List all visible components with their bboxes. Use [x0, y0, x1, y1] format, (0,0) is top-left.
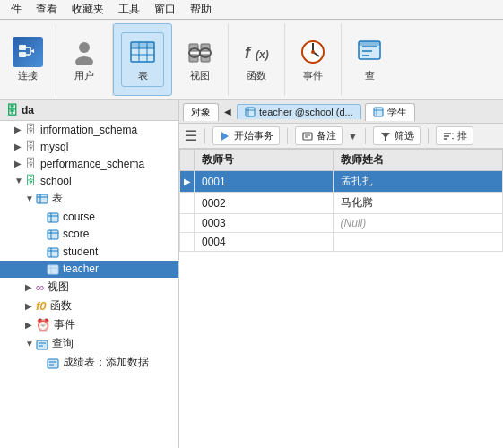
db-icon: 🗄	[25, 123, 37, 136]
event-label: 事件	[303, 69, 323, 82]
svg-rect-57	[374, 108, 383, 116]
cell-name-null[interactable]: (Null)	[333, 214, 503, 233]
sidebar-item-score[interactable]: ▶ score	[0, 226, 178, 244]
svg-rect-36	[48, 213, 58, 222]
menu-item-tools[interactable]: 工具	[111, 0, 147, 19]
sidebar-label: information_schema	[40, 124, 137, 136]
svg-rect-45	[48, 265, 58, 274]
svg-marker-69	[452, 138, 454, 140]
sidebar-item-query-grades[interactable]: ▶ 成绩表：添加数据	[0, 353, 178, 372]
filter-label: 筛选	[395, 129, 414, 142]
table-row[interactable]: 0003 (Null)	[180, 214, 503, 233]
svg-rect-39	[48, 230, 58, 239]
folder-icon	[36, 192, 48, 206]
connect-button[interactable]: 连接	[7, 33, 48, 86]
toolbar-view-section: 视图	[172, 23, 229, 96]
view-button[interactable]: 视图	[179, 33, 221, 86]
menu-item-window[interactable]: 窗口	[147, 0, 183, 19]
svg-point-7	[75, 56, 93, 65]
data-table-container: 教师号 教师姓名 ▶ 0001 孟扎扎 0002 马化腾	[179, 149, 503, 448]
event-folder-icon: ⏰	[36, 318, 50, 332]
cell-name[interactable]	[333, 233, 503, 252]
sidebar-item-school[interactable]: ▼ 🗄 school	[0, 172, 178, 189]
view-icon	[185, 37, 215, 67]
tab-teacher[interactable]: teacher @school (d...	[237, 104, 361, 119]
tree-expand-arrow: ▶	[25, 282, 36, 292]
cell-id[interactable]: 0001	[195, 171, 334, 193]
row-indicator: ▶	[180, 171, 195, 193]
menu-item-help[interactable]: 帮助	[183, 0, 219, 19]
table-button[interactable]: 表	[121, 32, 164, 87]
query-button[interactable]: 查	[349, 33, 390, 86]
sidebar-title: da	[22, 104, 34, 116]
content-toolbar: ☰ 开始事务 备注 ▼	[179, 124, 503, 149]
cell-id[interactable]: 0004	[195, 233, 334, 252]
col-teacher-name: 教师姓名	[333, 150, 503, 171]
query-folder-icon	[36, 337, 48, 351]
func-icon: f (x)	[241, 37, 272, 67]
sort-label: 排	[457, 129, 467, 142]
sidebar-item-queries-folder[interactable]: ▼ 查询	[0, 334, 178, 353]
sidebar-item-funcs-folder[interactable]: ▶ f0 函数	[0, 297, 178, 315]
sidebar-item-events-folder[interactable]: ▶ ⏰ 事件	[0, 315, 178, 334]
row-indicator	[180, 214, 195, 233]
table-row[interactable]: 0004	[180, 233, 503, 252]
backup-icon	[301, 130, 314, 142]
begin-tx-button[interactable]: 开始事务	[212, 126, 280, 145]
menu-item-favorites[interactable]: 收藏夹	[65, 0, 111, 19]
col-teacher-id: 教师号	[195, 150, 334, 171]
toolbar: 连接 用户	[0, 20, 503, 100]
tree-expand-arrow: ▶	[14, 142, 25, 151]
tab-objects-label: 对象	[191, 106, 211, 119]
svg-point-27	[311, 50, 315, 54]
backup-button[interactable]: 备注	[295, 126, 343, 145]
sidebar-item-mysql[interactable]: ▶ 🗄 mysql	[0, 138, 178, 155]
table-row[interactable]: 0002 马化腾	[180, 193, 503, 214]
menubar: 件 查看 收藏夹 工具 窗口 帮助	[0, 0, 503, 20]
sidebar-item-course[interactable]: ▶ course	[0, 208, 178, 226]
sidebar-item-teacher[interactable]: ▶ teacher	[0, 261, 178, 279]
nav-back-button[interactable]: ◀	[222, 105, 233, 118]
user-label: 用户	[74, 69, 94, 82]
sidebar-header: 🗄 da	[0, 100, 178, 121]
svg-text:(x): (x)	[256, 48, 269, 61]
filter-button[interactable]: 筛选	[373, 126, 421, 145]
sidebar-item-performance-schema[interactable]: ▶ 🗄 performance_schema	[0, 155, 178, 172]
svg-marker-64	[381, 133, 390, 141]
cell-id[interactable]: 0002	[195, 193, 334, 214]
cell-name[interactable]: 孟扎扎	[333, 171, 503, 193]
row-indicator	[180, 193, 195, 214]
svg-rect-61	[303, 133, 312, 140]
sidebar-item-views-folder[interactable]: ▶ ∞ 视图	[0, 278, 178, 297]
menu-icon[interactable]: ☰	[185, 127, 197, 144]
menu-item-file[interactable]: 件	[4, 0, 29, 19]
sidebar-item-student[interactable]: ▶ student	[0, 243, 178, 261]
toolbar-user-section: 用户	[56, 23, 113, 96]
cell-name[interactable]: 马化腾	[333, 193, 503, 214]
func-folder-icon: f0	[36, 299, 47, 313]
tab-student-label: 学生	[387, 106, 407, 119]
connect-icon	[13, 37, 43, 67]
sidebar-label: 表	[52, 191, 63, 206]
tab-student[interactable]: 学生	[365, 103, 415, 121]
sidebar: 🗄 da ▶ 🗄 information_schema ▶ 🗄 mysql ▶ …	[0, 100, 179, 448]
svg-point-6	[79, 42, 90, 53]
sidebar-label: course	[63, 211, 95, 223]
func-button[interactable]: f (x) 函数	[236, 33, 277, 86]
table-row[interactable]: ▶ 0001 孟扎扎	[180, 171, 503, 193]
cell-id[interactable]: 0003	[195, 214, 334, 233]
user-button[interactable]: 用户	[64, 33, 105, 86]
menu-item-view[interactable]: 查看	[29, 0, 65, 19]
sidebar-item-information-schema[interactable]: ▶ 🗄 information_schema	[0, 121, 178, 138]
sidebar-label: 视图	[48, 280, 69, 295]
event-button[interactable]: 事件	[292, 33, 334, 86]
svg-text:f: f	[245, 44, 252, 62]
svg-rect-13	[131, 42, 154, 48]
sort-icon	[442, 130, 455, 142]
sidebar-label: 事件	[54, 317, 75, 332]
sidebar-item-tables-folder[interactable]: ▼ 表	[0, 189, 178, 208]
toolbar-sep-1	[204, 128, 205, 144]
svg-rect-0	[19, 45, 26, 50]
sort-button[interactable]: 排	[436, 126, 473, 145]
tab-objects[interactable]: 对象	[183, 103, 219, 121]
